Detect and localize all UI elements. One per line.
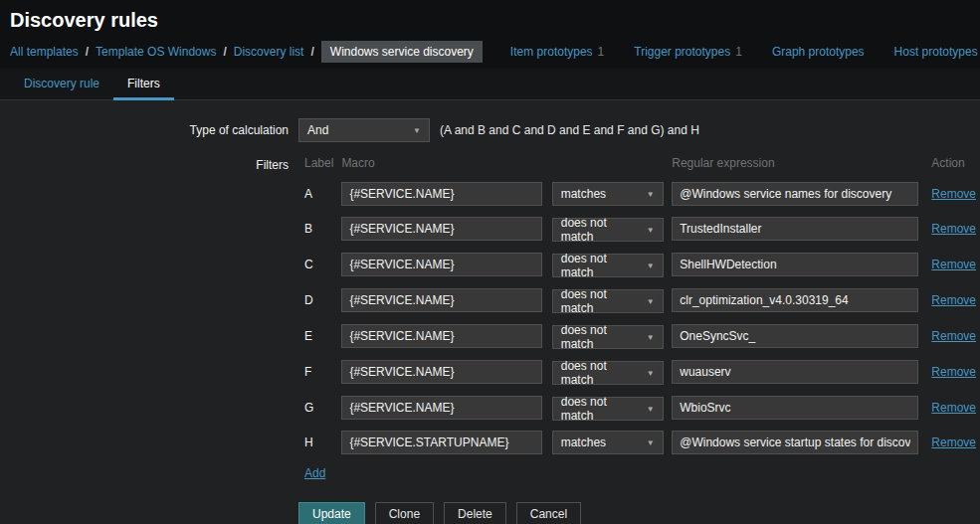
regex-input[interactable] — [672, 182, 918, 206]
regex-input[interactable] — [672, 324, 918, 348]
regex-input[interactable] — [672, 253, 918, 276]
cancel-button[interactable]: Cancel — [516, 502, 581, 524]
macro-input[interactable] — [341, 324, 542, 348]
macro-input[interactable] — [341, 396, 542, 420]
chevron-down-icon: ▼ — [403, 126, 421, 135]
page-title: Discovery rules — [10, 9, 158, 31]
link-item-prototypes[interactable]: Item prototypes1 — [510, 45, 604, 59]
filter-row: C does not match▼ Remove — [298, 247, 980, 282]
chevron-down-icon: ▼ — [637, 297, 655, 306]
remove-link[interactable]: Remove — [931, 401, 976, 415]
item-prototypes-count: 1 — [598, 45, 605, 59]
operator-select[interactable]: does not match▼ — [552, 325, 664, 349]
link-host-prototypes[interactable]: Host prototypes — [894, 45, 978, 59]
tab-discovery-rule[interactable]: Discovery rule — [10, 69, 113, 99]
filter-row: D does not match▼ Remove — [298, 282, 980, 318]
breadcrumb-template-os-windows[interactable]: Template OS Windows — [96, 45, 216, 59]
delete-button[interactable]: Delete — [444, 502, 506, 524]
filters-label: Filters — [0, 156, 298, 172]
column-header-label: Label — [298, 156, 337, 177]
chevron-down-icon: ▼ — [637, 438, 655, 447]
breadcrumb: All templates / Template OS Windows / Di… — [0, 34, 980, 68]
remove-link[interactable]: Remove — [931, 365, 976, 379]
filters-row: Filters Label Macro Regular expression A… — [0, 156, 980, 480]
regex-input[interactable] — [672, 431, 918, 454]
filter-label: H — [298, 426, 337, 459]
calculation-formula: (A and B and C and D and E and F and G) … — [440, 123, 699, 137]
filter-row: E does not match▼ Remove — [298, 318, 980, 354]
remove-link[interactable]: Remove — [931, 293, 976, 307]
filters-form: Type of calculation And ▼ (A and B and C… — [0, 100, 980, 524]
filter-label: G — [298, 390, 337, 426]
breadcrumb-discovery-list[interactable]: Discovery list — [234, 45, 304, 59]
column-header-action: Action — [923, 156, 980, 177]
remove-link[interactable]: Remove — [931, 187, 976, 201]
breadcrumb-separator: / — [223, 45, 226, 59]
link-trigger-prototypes[interactable]: Trigger prototypes1 — [634, 45, 742, 59]
filters-header-row: Label Macro Regular expression Action — [298, 156, 980, 177]
update-button[interactable]: Update — [298, 502, 365, 524]
operator-select[interactable]: does not match▼ — [552, 289, 664, 313]
filter-label: B — [298, 211, 337, 247]
breadcrumb-windows-service-discovery[interactable]: Windows service discovery — [321, 41, 483, 63]
form-footer: Update Clone Delete Cancel — [0, 502, 980, 524]
breadcrumb-all-templates[interactable]: All templates — [10, 45, 79, 59]
chevron-down-icon: ▼ — [637, 262, 655, 270]
regex-input[interactable] — [672, 217, 918, 241]
app: Discovery rules All templates / Template… — [0, 0, 980, 524]
column-header-macro: Macro — [337, 156, 547, 177]
filter-row: G does not match▼ Remove — [298, 390, 980, 426]
regex-input[interactable] — [672, 360, 918, 384]
context-links: Item prototypes1 Trigger prototypes1 Gra… — [510, 45, 980, 59]
link-graph-prototypes[interactable]: Graph prototypes — [772, 45, 865, 59]
operator-select[interactable]: does not match▼ — [552, 218, 664, 242]
macro-input[interactable] — [341, 288, 542, 312]
chevron-down-icon: ▼ — [637, 369, 655, 378]
chevron-down-icon: ▼ — [637, 190, 655, 199]
macro-input[interactable] — [341, 431, 542, 454]
remove-link[interactable]: Remove — [931, 329, 976, 343]
operator-select[interactable]: matches▼ — [552, 182, 664, 206]
macro-input[interactable] — [341, 217, 542, 241]
chevron-down-icon: ▼ — [637, 333, 655, 342]
filter-row: H matches▼ Remove — [298, 426, 980, 459]
operator-select[interactable]: does not match▼ — [552, 254, 664, 277]
breadcrumb-separator: / — [310, 45, 313, 59]
regex-input[interactable] — [672, 288, 918, 312]
regex-input[interactable] — [672, 396, 918, 420]
remove-link[interactable]: Remove — [931, 258, 976, 271]
type-of-calculation-label: Type of calculation — [0, 123, 298, 137]
breadcrumb-separator: / — [86, 45, 89, 59]
macro-input[interactable] — [341, 360, 542, 384]
filters-field: Label Macro Regular expression Action A … — [298, 156, 980, 480]
column-header-operator — [548, 156, 669, 177]
remove-link[interactable]: Remove — [931, 436, 976, 449]
chevron-down-icon: ▼ — [637, 226, 655, 235]
column-header-regex: Regular expression — [668, 156, 923, 177]
macro-input[interactable] — [341, 253, 542, 276]
filters-table: Label Macro Regular expression Action A … — [298, 156, 980, 459]
macro-input[interactable] — [341, 182, 542, 206]
trigger-prototypes-count: 1 — [735, 45, 742, 59]
filter-label: A — [298, 177, 337, 211]
type-of-calculation-row: Type of calculation And ▼ (A and B and C… — [0, 118, 980, 142]
add-filter-link[interactable]: Add — [304, 466, 325, 480]
tab-filters[interactable]: Filters — [113, 69, 174, 99]
type-of-calculation-value: And — [307, 123, 328, 137]
remove-link[interactable]: Remove — [931, 222, 976, 236]
operator-select[interactable]: matches▼ — [552, 431, 664, 454]
type-of-calculation-select[interactable]: And ▼ — [298, 118, 430, 142]
clone-button[interactable]: Clone — [375, 502, 434, 524]
operator-select[interactable]: does not match▼ — [552, 397, 664, 421]
filter-row: A matches▼ Remove — [298, 177, 980, 211]
page-header: Discovery rules — [0, 0, 980, 34]
tab-bar: Discovery rule Filters — [0, 69, 980, 100]
filter-label: F — [298, 354, 337, 390]
filter-row: F does not match▼ Remove — [298, 354, 980, 390]
filter-label: D — [298, 282, 337, 318]
filter-label: C — [298, 247, 337, 282]
filter-label: E — [298, 318, 337, 354]
chevron-down-icon: ▼ — [637, 405, 655, 414]
filter-row: B does not match▼ Remove — [298, 211, 980, 247]
operator-select[interactable]: does not match▼ — [552, 361, 664, 385]
